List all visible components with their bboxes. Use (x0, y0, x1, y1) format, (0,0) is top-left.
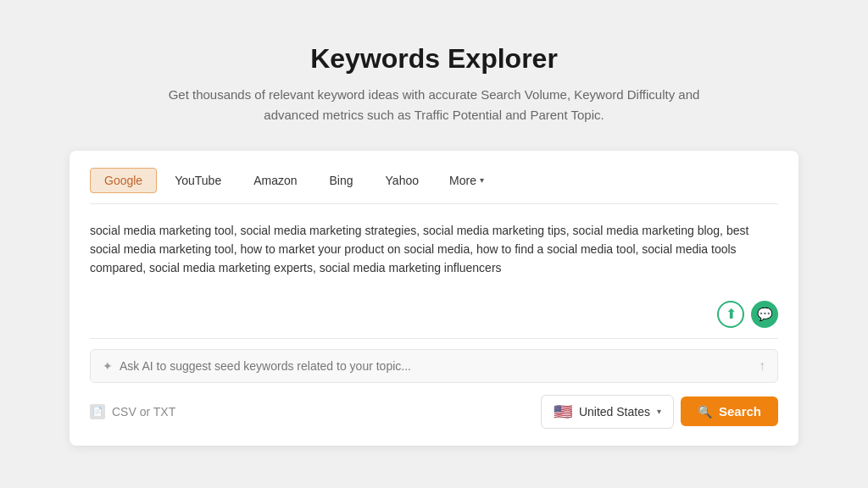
chevron-down-icon: ▾ (480, 175, 484, 185)
chat-icon: 💬 (757, 307, 773, 322)
tab-youtube[interactable]: YouTube (160, 168, 236, 193)
search-icon: 🔍 (698, 405, 712, 419)
keyword-input[interactable]: social media marketing tool, social medi… (90, 218, 778, 294)
tab-bar: Google YouTube Amazon Bing Yahoo More ▾ (90, 168, 778, 204)
upload-icon-btn[interactable]: ⬆ (717, 301, 744, 328)
divider-1 (90, 338, 778, 339)
file-icon: 📄 (90, 404, 105, 419)
icon-row: ⬆ 💬 (90, 301, 778, 328)
country-chevron-icon: ▾ (657, 407, 661, 416)
page-subtitle: Get thousands of relevant keyword ideas … (146, 85, 722, 125)
upload-icon: ⬆ (726, 306, 737, 322)
country-selector[interactable]: 🇺🇸 United States ▾ (541, 395, 674, 429)
csv-label-text: CSV or TXT (112, 405, 175, 419)
chat-icon-btn[interactable]: 💬 (751, 301, 778, 328)
sparkle-icon: ✦ (103, 359, 113, 373)
page-title: Keywords Explorer (310, 43, 558, 75)
tab-amazon[interactable]: Amazon (239, 168, 311, 193)
page-wrapper: Keywords Explorer Get thousands of relev… (0, 18, 868, 471)
tab-yahoo[interactable]: Yahoo (371, 168, 433, 193)
ai-keyword-input[interactable] (120, 359, 752, 373)
tab-more[interactable]: More ▾ (437, 168, 497, 193)
right-controls: 🇺🇸 United States ▾ 🔍 Search (541, 395, 778, 429)
ai-submit-btn[interactable]: ↑ (759, 358, 765, 374)
bottom-row: 📄 CSV or TXT 🇺🇸 United States ▾ 🔍 Search (90, 395, 778, 429)
flag-icon: 🇺🇸 (554, 402, 572, 421)
search-button-label: Search (719, 404, 761, 419)
search-button[interactable]: 🔍 Search (681, 396, 778, 426)
tab-more-label: More (449, 174, 476, 187)
tab-google[interactable]: Google (90, 168, 157, 193)
ai-input-row: ✦ ↑ (90, 349, 778, 383)
main-card: Google YouTube Amazon Bing Yahoo More ▾ … (70, 151, 798, 446)
country-label: United States (579, 405, 650, 419)
tab-bing[interactable]: Bing (315, 168, 368, 193)
arrow-up-icon: ↑ (759, 358, 765, 374)
csv-upload-label[interactable]: 📄 CSV or TXT (90, 404, 175, 419)
